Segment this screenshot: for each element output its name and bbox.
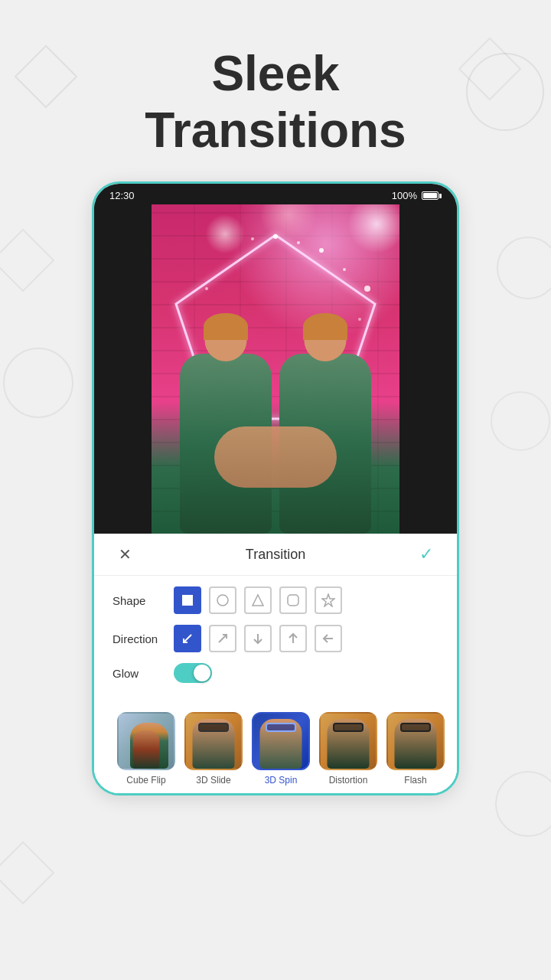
- transition-3d-spin[interactable]: 3D Spin: [247, 712, 315, 786]
- svg-point-12: [364, 286, 370, 292]
- phone-frame: 12:30 100%: [92, 181, 459, 795]
- label-cube-flip: Cube Flip: [126, 775, 165, 786]
- label-3d-slide: 3D Slide: [196, 775, 230, 786]
- svg-point-6: [491, 392, 549, 450]
- battery-icon: [422, 191, 442, 200]
- dir-left-btn[interactable]: [315, 625, 342, 652]
- svg-rect-21: [288, 595, 298, 606]
- close-button[interactable]: ✕: [112, 545, 137, 564]
- label-distortion: Distortion: [329, 775, 368, 786]
- svg-point-10: [319, 248, 324, 253]
- thumb-flash: [386, 712, 445, 770]
- toolbar: ✕ Transition ✓: [94, 534, 457, 576]
- svg-point-5: [4, 348, 73, 417]
- thumb-3d-spin: [252, 712, 310, 770]
- direction-control-row: Direction: [112, 625, 439, 652]
- transitions-row: Cube Flip 3D Slide 3D Spin: [94, 704, 457, 793]
- status-time: 12:30: [109, 190, 135, 201]
- svg-point-13: [205, 287, 208, 290]
- direction-options: [174, 625, 342, 652]
- svg-point-3: [497, 237, 551, 299]
- svg-point-14: [273, 234, 278, 239]
- transition-distortion[interactable]: Distortion: [315, 712, 382, 786]
- svg-marker-2: [0, 230, 54, 291]
- image-area: [94, 204, 457, 534]
- image-content: [149, 204, 402, 534]
- glow-toggle[interactable]: [174, 663, 212, 683]
- controls-area: Shape: [94, 576, 457, 704]
- shape-square-btn[interactable]: [174, 586, 201, 614]
- bottom-panel: ✕ Transition ✓ Shape: [94, 534, 457, 793]
- shape-star-btn[interactable]: [315, 586, 342, 614]
- svg-marker-22: [322, 594, 334, 606]
- glow-control-row: Glow: [112, 663, 439, 683]
- toolbar-title: Transition: [246, 547, 305, 563]
- glow-label: Glow: [112, 667, 174, 680]
- transition-flash[interactable]: Flash: [382, 712, 449, 786]
- shape-label: Shape: [112, 594, 174, 607]
- svg-marker-7: [0, 842, 54, 903]
- svg-rect-18: [182, 595, 193, 606]
- label-3d-spin: 3D Spin: [265, 775, 298, 786]
- status-right: 100%: [392, 190, 442, 201]
- dir-diagonal-in-btn[interactable]: [174, 625, 201, 652]
- shape-options: [174, 586, 342, 614]
- thumb-distortion: [319, 712, 377, 770]
- svg-point-16: [251, 237, 254, 240]
- dir-down-btn[interactable]: [244, 625, 272, 652]
- thumb-cube-flip: [117, 712, 175, 770]
- dir-diagonal-out-btn[interactable]: [209, 625, 236, 652]
- transition-cube-flip[interactable]: Cube Flip: [112, 712, 180, 786]
- title-area: Sleek Transitions: [0, 0, 551, 181]
- shape-circle-btn[interactable]: [209, 586, 236, 614]
- dir-up-btn[interactable]: [279, 625, 307, 652]
- svg-marker-20: [253, 595, 263, 606]
- shape-rounded-btn[interactable]: [279, 586, 307, 614]
- status-bar: 12:30 100%: [94, 184, 457, 204]
- direction-label: Direction: [112, 632, 174, 645]
- transition-3d-slide[interactable]: 3D Slide: [180, 712, 247, 786]
- svg-point-15: [297, 241, 300, 244]
- thumb-3d-slide: [184, 712, 243, 770]
- shape-triangle-btn[interactable]: [244, 586, 272, 614]
- svg-point-19: [217, 595, 228, 606]
- battery-percent: 100%: [392, 190, 417, 201]
- shape-control-row: Shape: [112, 586, 439, 614]
- page-title: Sleek Transitions: [0, 46, 551, 158]
- svg-point-8: [496, 772, 551, 836]
- label-flash: Flash: [404, 775, 426, 786]
- svg-point-11: [343, 268, 346, 271]
- confirm-button[interactable]: ✓: [414, 544, 439, 564]
